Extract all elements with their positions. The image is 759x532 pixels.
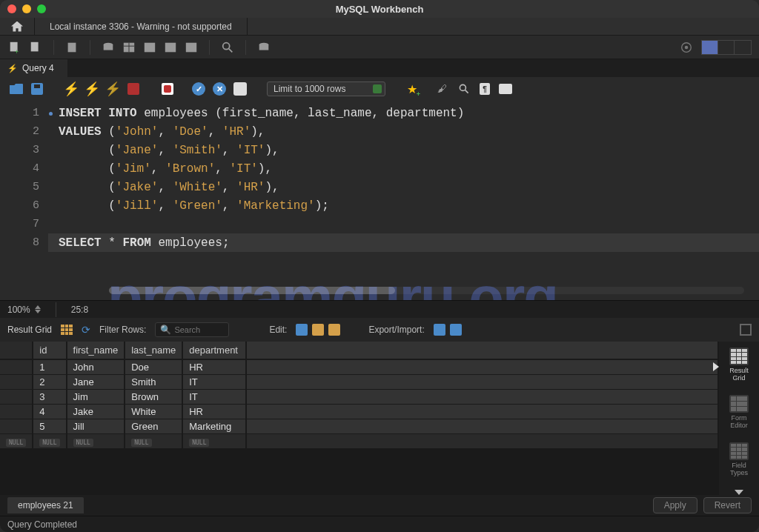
stop-button[interactable] <box>126 82 141 96</box>
execute-button[interactable]: ⚡ <box>64 82 79 96</box>
panel-left-button[interactable] <box>702 41 718 54</box>
create-table-button[interactable] <box>122 40 136 55</box>
apply-button[interactable]: Apply <box>653 497 697 513</box>
cell[interactable]: Smith <box>125 375 182 390</box>
results-grid[interactable]: id first_name last_name department 1 Joh… <box>0 342 719 495</box>
home-tab[interactable] <box>0 18 35 35</box>
chevron-down-icon[interactable] <box>735 490 743 495</box>
open-file-button[interactable] <box>9 82 24 96</box>
commit-button[interactable]: ✓ <box>191 82 206 96</box>
svg-rect-10 <box>165 42 176 52</box>
wrap-cell-button[interactable] <box>740 324 752 336</box>
rollback-button[interactable]: ✕ <box>212 82 227 96</box>
add-row-button[interactable] <box>312 324 324 336</box>
autocommit-toggle-button[interactable] <box>233 82 248 96</box>
cell[interactable]: 1 <box>33 359 66 375</box>
refresh-icon[interactable]: ⟳ <box>82 324 90 336</box>
revert-button[interactable]: Revert <box>703 497 752 513</box>
table-row[interactable]: 1 John Doe HR <box>0 359 718 375</box>
explain-button[interactable]: ⚡ <box>105 82 120 96</box>
minimize-window-button[interactable] <box>22 4 31 13</box>
column-header[interactable]: last_name <box>125 342 182 359</box>
save-snippet-button[interactable]: ★ <box>405 82 420 96</box>
connection-tab[interactable]: Local instance 3306 - Warning - not supp… <box>35 18 248 35</box>
edit-row-button[interactable] <box>296 324 308 336</box>
close-icon[interactable] <box>56 64 64 72</box>
cell[interactable]: 4 <box>33 405 66 419</box>
cell[interactable]: NULL <box>33 434 66 449</box>
find-button[interactable] <box>457 82 471 96</box>
cell[interactable]: IT <box>182 375 246 390</box>
result-tab[interactable]: employees 21 <box>7 497 84 513</box>
table-row[interactable]: 5 Jill Green Marketing <box>0 419 718 434</box>
save-file-button[interactable] <box>30 82 44 96</box>
inspector-button[interactable] <box>64 40 79 55</box>
cell[interactable]: White <box>125 405 182 419</box>
cell[interactable]: Jim <box>67 390 125 405</box>
cell[interactable]: Brown <box>125 390 182 405</box>
svg-rect-3 <box>68 42 76 52</box>
cell[interactable]: 5 <box>33 419 66 434</box>
cell[interactable]: John <box>67 359 125 375</box>
create-schema-button[interactable] <box>101 40 116 55</box>
search-table-button[interactable] <box>220 40 235 55</box>
cell[interactable]: Doe <box>125 359 182 375</box>
titlebar[interactable]: MySQL Workbench <box>0 0 759 18</box>
cell[interactable]: 2 <box>33 375 66 390</box>
svg-rect-11 <box>186 42 196 52</box>
create-view-button[interactable] <box>142 40 157 55</box>
result-grid-view-button[interactable]: Result Grid <box>728 345 750 385</box>
cell[interactable]: Jill <box>67 419 125 434</box>
search-field[interactable] <box>174 325 224 334</box>
cell[interactable]: 3 <box>33 390 66 405</box>
cell[interactable]: HR <box>182 359 246 375</box>
grid-icon[interactable] <box>61 325 73 335</box>
maximize-window-button[interactable] <box>37 4 46 13</box>
form-view-icon <box>729 395 749 413</box>
beautify-button[interactable]: 🖌 <box>436 82 451 96</box>
reconnect-button[interactable] <box>256 40 271 55</box>
cell[interactable]: NULL <box>125 434 182 449</box>
table-row[interactable]: 3 Jim Brown IT <box>0 390 718 405</box>
filter-search-input[interactable]: 🔍 <box>155 322 229 337</box>
column-header[interactable]: first_name <box>67 342 125 359</box>
field-types-view-button[interactable]: Field Types <box>728 439 750 479</box>
horizontal-scrollbar[interactable] <box>109 287 744 294</box>
create-function-button[interactable] <box>184 40 199 55</box>
execute-current-button[interactable]: ⚡ <box>84 82 99 96</box>
cell[interactable]: Green <box>125 419 182 434</box>
close-window-button[interactable] <box>7 4 16 13</box>
delete-row-button[interactable] <box>328 324 340 336</box>
settings-gear-icon[interactable] <box>679 40 694 55</box>
stop-on-error-button[interactable] <box>160 82 175 96</box>
export-button[interactable] <box>434 324 445 336</box>
row-limit-select[interactable]: Limit to 1000 rows <box>267 82 385 96</box>
word-wrap-button[interactable] <box>498 82 513 96</box>
svg-point-17 <box>685 45 689 49</box>
create-procedure-button[interactable] <box>163 40 178 55</box>
cell[interactable]: Jake <box>67 405 125 419</box>
cell[interactable]: IT <box>182 390 246 405</box>
zoom-control[interactable]: 100% <box>7 305 41 315</box>
cell[interactable]: Marketing <box>182 419 246 434</box>
column-header[interactable]: id <box>33 342 66 359</box>
cell[interactable]: HR <box>182 405 246 419</box>
import-button[interactable] <box>450 324 462 336</box>
caret-icon <box>713 362 719 371</box>
form-editor-view-button[interactable]: Form Editor <box>728 392 750 432</box>
column-header[interactable]: department <box>182 342 246 359</box>
cell[interactable]: NULL <box>67 434 125 449</box>
query-tab[interactable]: ⚡ Query 4 <box>0 59 67 77</box>
cell[interactable]: Jane <box>67 375 125 390</box>
new-sql-tab-button[interactable]: + <box>7 40 22 55</box>
panel-bottom-button[interactable] <box>718 41 735 54</box>
cell[interactable]: NULL <box>182 434 246 449</box>
code-area[interactable]: INSERT INTO employees (first_name, last_… <box>48 101 759 300</box>
invisible-chars-button[interactable]: ¶ <box>477 82 492 96</box>
table-row[interactable]: 4 Jake White HR <box>0 405 718 419</box>
table-row[interactable]: 2 Jane Smith IT <box>0 375 718 390</box>
sql-editor[interactable]: 1 2 3 4 5 6 7 8 INSERT INTO employees (f… <box>0 101 759 300</box>
panel-right-button[interactable] <box>735 41 751 54</box>
table-row-null[interactable]: NULL NULL NULL NULL NULL <box>0 434 718 449</box>
open-sql-file-button[interactable] <box>28 40 43 55</box>
